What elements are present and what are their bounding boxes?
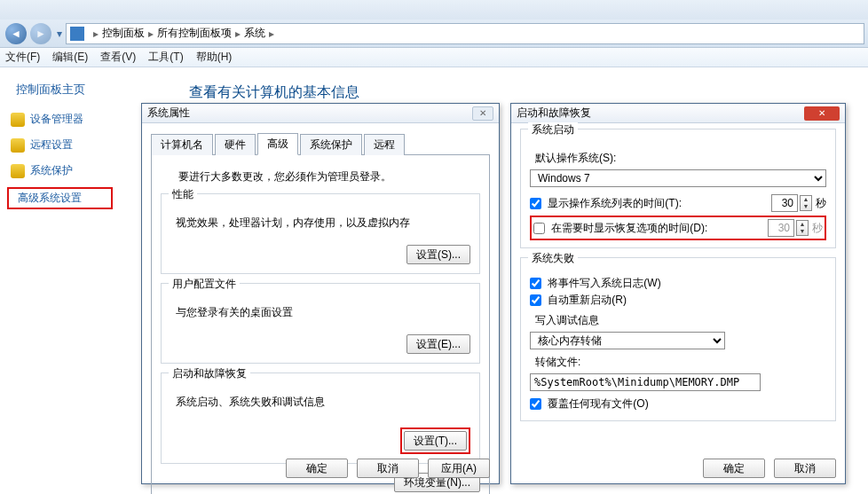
tab-computer-name[interactable]: 计算机名 <box>151 134 213 155</box>
startup-settings-button[interactable]: 设置(T)... <box>404 431 467 451</box>
write-log-checkbox[interactable]: 将事件写入系统日志(W) <box>530 276 826 291</box>
sidebar-item-label: 远程设置 <box>30 137 73 153</box>
group-startup-recovery: 启动和故障恢复 系统启动、系统失败和调试信息 设置(T)... <box>161 372 480 464</box>
userprofile-settings-button[interactable]: 设置(E)... <box>406 334 470 354</box>
sidebar-item-label: 设备管理器 <box>30 112 83 127</box>
show-os-list-checkbox[interactable]: 显示操作系统列表的时间(T): <box>530 196 682 211</box>
show-os-list-check[interactable] <box>530 198 541 209</box>
control-panel-icon <box>70 27 84 41</box>
dialog-titlebar: 系统属性 ✕ <box>142 104 499 123</box>
sidebar: 控制面板主页 设备管理器 远程设置 系统保护 高级系统设置 <box>0 67 138 494</box>
ok-button[interactable]: 确定 <box>286 459 348 478</box>
chevron-right-icon: ▸ <box>235 27 241 40</box>
group-system-failure: 系统失败 将事件写入系统日志(W) 自动重新启动(R) 写入调试信息 核心内存转… <box>520 257 836 421</box>
show-recovery-checkbox[interactable]: 在需要时显示恢复选项的时间(D): <box>533 221 707 236</box>
group-system-startup: 系统启动 默认操作系统(S): Windows 7 显示操作系统列表的时间(T)… <box>520 129 836 248</box>
group-legend: 性能 <box>169 187 197 202</box>
nav-back-button[interactable]: ◄ <box>5 23 27 44</box>
spinner-arrows[interactable]: ▲▼ <box>800 195 812 211</box>
breadcrumb-seg[interactable]: 所有控制面板项 <box>157 26 232 41</box>
dump-type-select[interactable]: 核心内存转储 <box>530 332 725 349</box>
nav-forward-button[interactable]: ► <box>30 23 51 44</box>
dump-label: 写入调试信息 <box>535 313 826 328</box>
sidebar-item-advanced[interactable]: 高级系统设置 <box>7 187 113 209</box>
menu-edit[interactable]: 编辑(E) <box>52 50 88 65</box>
menu-view[interactable]: 查看(V) <box>100 50 136 65</box>
dialog-titlebar: 启动和故障恢复 ✕ <box>511 104 845 123</box>
shield-icon <box>11 164 25 178</box>
group-desc: 与您登录有关的桌面设置 <box>176 305 470 320</box>
menu-bar: 文件(F) 编辑(E) 查看(V) 工具(T) 帮助(H) <box>0 48 868 67</box>
sidebar-item-device-manager[interactable]: 设备管理器 <box>7 110 138 129</box>
group-legend: 启动和故障恢复 <box>169 366 250 381</box>
group-user-profile: 用户配置文件 与您登录有关的桌面设置 设置(E)... <box>161 283 480 364</box>
menu-tools[interactable]: 工具(T) <box>148 50 183 65</box>
chevron-right-icon: ▸ <box>93 27 99 40</box>
sidebar-item-label: 系统保护 <box>30 163 73 178</box>
auto-restart-checkbox[interactable]: 自动重新启动(R) <box>530 293 826 308</box>
group-desc: 系统启动、系统失败和调试信息 <box>176 395 470 410</box>
menu-file[interactable]: 文件(F) <box>5 50 40 65</box>
apply-button[interactable]: 应用(A) <box>428 459 490 478</box>
show-recovery-seconds-spin: ▲▼ <box>768 219 809 237</box>
show-recovery-check[interactable] <box>533 223 545 234</box>
tab-protection[interactable]: 系统保护 <box>300 134 362 155</box>
default-os-select[interactable]: Windows 7 <box>530 169 826 187</box>
close-icon[interactable]: ✕ <box>472 106 493 121</box>
show-os-seconds-input[interactable] <box>771 194 798 212</box>
main-pane: 查看有关计算机的基本信息 系统属性 ✕ 计算机名 硬件 高级 系统保护 远程 要… <box>138 67 868 494</box>
system-properties-dialog: 系统属性 ✕ 计算机名 硬件 高级 系统保护 远程 要进行大多数更改，您必须作为… <box>141 103 500 484</box>
chevron-right-icon: ▸ <box>148 27 154 40</box>
sidebar-item-label: 高级系统设置 <box>18 191 82 206</box>
shield-icon <box>11 113 25 127</box>
shield-icon <box>11 138 25 153</box>
performance-settings-button[interactable]: 设置(S)... <box>406 245 470 264</box>
menu-help[interactable]: 帮助(H) <box>196 50 233 65</box>
dump-file-input[interactable] <box>530 373 761 391</box>
show-recovery-seconds-input <box>768 219 794 237</box>
tab-advanced[interactable]: 高级 <box>257 133 298 155</box>
page-title: 查看有关计算机的基本信息 <box>189 83 868 102</box>
seconds-label: 秒 <box>816 196 826 211</box>
default-os-label: 默认操作系统(S): <box>535 151 826 166</box>
address-bar: ◄ ► ▾ ▸ 控制面板 ▸ 所有控制面板项 ▸ 系统 ▸ <box>0 20 868 48</box>
dialog-title: 启动和故障恢复 <box>517 106 591 121</box>
group-desc: 视觉效果，处理器计划，内存使用，以及虚拟内存 <box>176 216 470 231</box>
window-titlebar <box>0 0 868 20</box>
tab-strip: 计算机名 硬件 高级 系统保护 远程 <box>151 134 490 155</box>
dialog-title: 系统属性 <box>147 106 190 121</box>
overwrite-checkbox[interactable]: 覆盖任何现有文件(O) <box>530 396 826 412</box>
nav-history-chevron[interactable]: ▾ <box>53 23 66 44</box>
breadcrumb-seg[interactable]: 控制面板 <box>102 26 145 41</box>
sidebar-item-protection[interactable]: 系统保护 <box>7 161 138 180</box>
cancel-button[interactable]: 取消 <box>774 459 836 478</box>
tab-hardware[interactable]: 硬件 <box>215 134 256 155</box>
seconds-label: 秒 <box>812 221 823 236</box>
dump-file-label: 转储文件: <box>535 355 826 370</box>
group-legend: 系统失败 <box>528 251 578 266</box>
admin-note: 要进行大多数更改，您必须作为管理员登录。 <box>178 169 480 184</box>
spinner-arrows: ▲▼ <box>796 220 809 236</box>
tab-remote[interactable]: 远程 <box>364 134 405 155</box>
startup-recovery-dialog: 启动和故障恢复 ✕ 系统启动 默认操作系统(S): Windows 7 显示操作… <box>510 103 846 484</box>
chevron-right-icon: ▸ <box>269 27 274 40</box>
sidebar-title[interactable]: 控制面板主页 <box>16 82 138 98</box>
close-icon[interactable]: ✕ <box>804 106 840 121</box>
cancel-button[interactable]: 取消 <box>357 459 419 478</box>
sidebar-item-remote[interactable]: 远程设置 <box>7 136 138 154</box>
breadcrumb-seg[interactable]: 系统 <box>244 26 265 41</box>
ok-button[interactable]: 确定 <box>703 459 765 478</box>
group-legend: 用户配置文件 <box>169 277 240 292</box>
breadcrumb[interactable]: ▸ 控制面板 ▸ 所有控制面板项 ▸ 系统 ▸ <box>66 23 864 44</box>
group-performance: 性能 视觉效果，处理器计划，内存使用，以及虚拟内存 设置(S)... <box>161 193 480 274</box>
show-os-seconds-spin[interactable]: ▲▼ <box>771 194 812 212</box>
group-legend: 系统启动 <box>528 122 578 137</box>
